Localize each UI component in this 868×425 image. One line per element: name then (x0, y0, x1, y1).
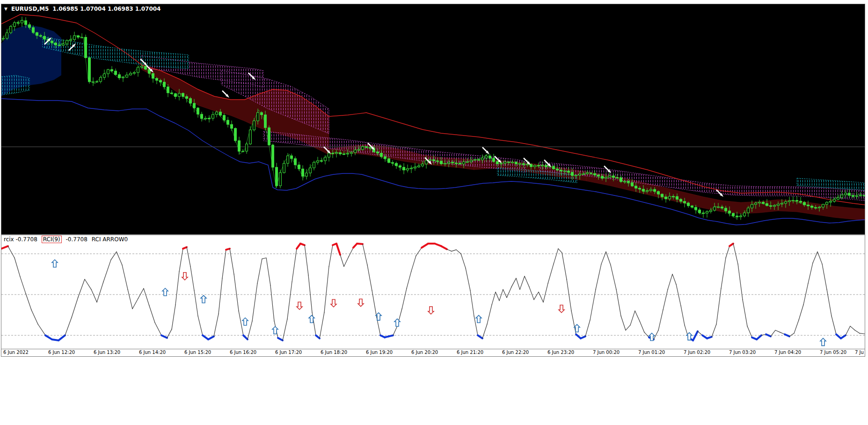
mt4-chart-window: ▼ EURUSD,M5 1.06985 1.07004 1.06983 1.07… (1, 4, 865, 357)
up-arrow-icon (820, 338, 826, 346)
sell-arrow-icon (222, 91, 229, 98)
indicator-rci-label: RCI(9) (42, 236, 62, 243)
time-label: 7 Ju (855, 350, 864, 355)
price-chart-area[interactable]: ▼ EURUSD,M5 1.06985 1.07004 1.06983 1.07… (1, 4, 865, 234)
rci-down-arrows (182, 273, 564, 314)
down-arrow-icon (331, 300, 336, 307)
time-label: 6 Jun 22:20 (502, 350, 529, 355)
rci-line (1, 244, 865, 340)
time-label: 6 Jun 14:20 (139, 350, 166, 355)
indicator-rci-value: -0.7708 (66, 236, 88, 243)
time-label: 6 Jun 19:20 (366, 350, 393, 355)
chart-title: ▼ EURUSD,M5 1.06985 1.07004 1.06983 1.07… (4, 6, 160, 12)
hatch-cloud-cyan (1, 37, 865, 190)
up-arrow-icon (242, 318, 248, 325)
down-arrow-icon (358, 299, 364, 306)
down-arrow-icon (297, 302, 302, 310)
upper-band-line (1, 14, 865, 205)
up-arrow-icon (52, 260, 58, 267)
down-arrow-icon (182, 273, 188, 280)
chart-dropdown-icon[interactable]: ▼ (4, 7, 7, 11)
time-label: 7 Jun 02:20 (684, 350, 710, 355)
time-label: 6 Jun 18:20 (321, 350, 347, 355)
time-label: 6 Jun 15:20 (184, 350, 211, 355)
time-label: 6 Jun 17:20 (275, 350, 302, 355)
time-label: 6 Jun 2022 (3, 350, 29, 355)
rci-level-lines (1, 254, 865, 335)
time-axis[interactable]: 6 Jun 20226 Jun 12:206 Jun 13:206 Jun 14… (1, 349, 865, 356)
up-arrow-icon (394, 319, 400, 326)
rci-chart-canvas[interactable] (1, 235, 865, 349)
up-arrow-icon (201, 295, 206, 303)
down-arrow-icon (428, 307, 434, 314)
time-label: 6 Jun 13:20 (94, 350, 120, 355)
indicator-arrow-label: RCI ARROW0 (92, 236, 128, 243)
symbol-timeframe-label: EURUSD,M5 (11, 6, 49, 12)
rci-indicator-panel[interactable]: rcix -0.7708 RCI(9) -0.7708 RCI ARROW0 (1, 235, 865, 349)
time-label: 6 Jun 16:20 (230, 350, 256, 355)
up-arrow-icon (476, 315, 481, 323)
time-label: 6 Jun 12:20 (48, 350, 75, 355)
indicator-label: rcix -0.7708 RCI(9) -0.7708 RCI ARROW0 (4, 236, 128, 243)
time-label: 6 Jun 20:20 (411, 350, 438, 355)
time-label: 7 Jun 03:20 (729, 350, 756, 355)
sell-arrow-icon (482, 147, 489, 154)
time-label: 6 Jun 21:20 (457, 350, 483, 355)
price-chart-canvas[interactable] (1, 4, 865, 234)
time-label: 7 Jun 04:20 (774, 350, 801, 355)
down-arrow-icon (559, 305, 564, 313)
time-label: 6 Jun 23:20 (547, 350, 574, 355)
ohlc-quotes: 1.06985 1.07004 1.06983 1.07004 (52, 6, 160, 12)
time-label: 7 Jun 01:20 (638, 350, 665, 355)
rci-up-arrows (52, 260, 826, 346)
indicator-name-value: rcix -0.7708 (4, 236, 37, 243)
time-label: 7 Jun 00:20 (593, 350, 620, 355)
time-label: 7 Jun 05:20 (820, 350, 846, 355)
